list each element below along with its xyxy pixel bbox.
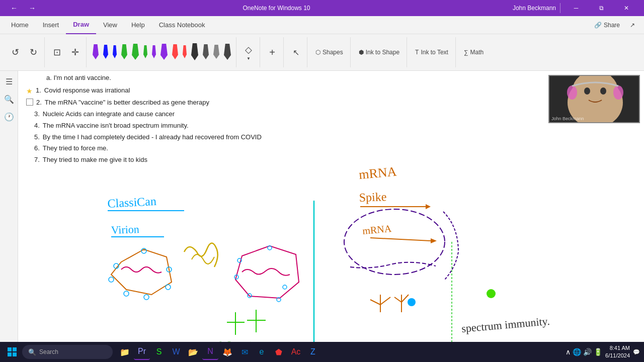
- cell-bottom: [350, 262, 436, 268]
- sidebar-nav-icon[interactable]: ☰: [4, 75, 15, 88]
- pen-purple-3[interactable]: [158, 43, 170, 62]
- ink-to-shape-group: ⬢ Ink to Shape: [352, 37, 407, 67]
- pen-green-3[interactable]: [141, 44, 149, 60]
- math-button[interactable]: ∑ Math: [460, 43, 488, 61]
- virion-text: Virion: [111, 223, 139, 236]
- eraser-group: ◇ ▼: [237, 37, 260, 67]
- select-move-button[interactable]: ✛: [67, 39, 83, 65]
- tab-class-notebook[interactable]: Class Notebook: [152, 16, 212, 34]
- tab-draw[interactable]: Draw: [66, 16, 96, 34]
- taskbar-word[interactable]: W: [168, 344, 184, 360]
- ink-to-shape-button[interactable]: ⬢ Ink to Shape: [355, 43, 404, 61]
- pen-red-1[interactable]: [170, 43, 180, 61]
- virus-shape-1: [111, 249, 172, 295]
- ink-to-text-button[interactable]: T Ink to Text: [411, 43, 452, 61]
- eraser-dropdown[interactable]: ◇ ▼: [240, 39, 257, 65]
- virus-inside-1: [121, 267, 162, 273]
- green-dot: [487, 289, 496, 298]
- close-button[interactable]: ✕: [615, 0, 638, 16]
- taskbar-files[interactable]: 📂: [185, 344, 201, 360]
- battery-icon: 🔋: [594, 348, 602, 356]
- receptor-1: [370, 295, 390, 312]
- item-5-text: By the time I had completely decided - I…: [43, 132, 262, 143]
- ink-text-icon: T: [415, 49, 419, 56]
- pen-black-2[interactable]: [201, 43, 211, 61]
- item-6-num: 6.: [34, 143, 40, 154]
- blue-dot: [408, 298, 416, 306]
- eraser-icon: ◇: [245, 44, 252, 55]
- receptor-2: [394, 295, 409, 312]
- forward-button[interactable]: →: [24, 0, 40, 16]
- svg-rect-8: [8, 347, 12, 351]
- pen-red-2[interactable]: [181, 44, 189, 60]
- item-2-num: 2.: [36, 98, 42, 108]
- taskbar-file-explorer[interactable]: 📁: [117, 344, 133, 360]
- taskbar-apps: 📁 Pr S W 📂 N 🦊 ✉ e ⬟ Ac Z: [117, 344, 321, 360]
- minimize-button[interactable]: ─: [565, 0, 588, 16]
- pen-blue-1[interactable]: [101, 44, 110, 61]
- virus2-dot-6: [277, 298, 281, 302]
- sidebar-search-icon[interactable]: 🔍: [2, 93, 16, 106]
- taskbar-red-app[interactable]: ⬟: [271, 344, 287, 360]
- pen-green-1[interactable]: [119, 43, 129, 61]
- list-item-6: 6. They tried to force me.: [26, 143, 262, 154]
- pen-purple-1[interactable]: [91, 43, 101, 61]
- taskbar-zoom[interactable]: Z: [305, 344, 321, 360]
- restore-button[interactable]: ⧉: [590, 0, 613, 16]
- pen-green-2[interactable]: [130, 43, 141, 62]
- tray-up-icon[interactable]: ∧: [566, 348, 571, 356]
- taskbar-outlook[interactable]: ✉: [236, 344, 253, 360]
- add-ink-button[interactable]: +: [264, 39, 280, 65]
- taskbar-acrobat[interactable]: Ac: [288, 344, 304, 360]
- expand-button[interactable]: ↗: [625, 20, 640, 31]
- svg-point-5: [584, 87, 590, 95]
- tab-insert[interactable]: Insert: [36, 16, 66, 34]
- start-button[interactable]: [4, 344, 20, 360]
- share-button[interactable]: 🔗 Share: [589, 20, 625, 31]
- eraser-arrow: ▼: [247, 56, 251, 61]
- search-input[interactable]: [39, 348, 100, 355]
- note-canvas[interactable]: John Beckmann a. I'm not anti vaccine. ★…: [18, 71, 644, 342]
- mrna-arrow: [370, 238, 431, 241]
- spectrum-immunity-label: spectrum immunity.: [461, 315, 550, 335]
- pen-black-1[interactable]: [189, 42, 200, 62]
- indent-item-a-text: a. I'm not anti vaccine.: [46, 74, 111, 81]
- windows-icon: [8, 347, 17, 356]
- svg-rect-9: [13, 347, 17, 351]
- virus2-dot-4: [268, 246, 272, 250]
- pen-gray-1[interactable]: [211, 44, 221, 61]
- sidebar-history-icon[interactable]: 🕐: [2, 110, 16, 124]
- item-1-text: Covid response was irrational: [44, 85, 130, 96]
- username: John Beckmann: [513, 5, 556, 12]
- shapes-button[interactable]: ⬡ Shapes: [311, 43, 347, 61]
- taskbar-edge[interactable]: e: [254, 344, 270, 360]
- taskbar-onenote[interactable]: N: [202, 344, 218, 360]
- notification-icon[interactable]: 💬: [633, 349, 640, 355]
- tab-help[interactable]: Help: [124, 16, 152, 34]
- pen-dark-1[interactable]: [222, 43, 233, 62]
- item-6-text: They tried to force me.: [43, 143, 108, 154]
- redo-button[interactable]: ↻: [25, 39, 41, 65]
- numbered-list: ★ 1. Covid response was irrational 2. Th…: [26, 85, 262, 165]
- taskbar-firefox[interactable]: 🦊: [219, 344, 235, 360]
- system-tray: ∧ 🌐 🔊 🔋 8:41 AM 6/11/2024 💬: [566, 344, 640, 360]
- svg-text:John Beckmann: John Beckmann: [551, 116, 584, 121]
- clock[interactable]: 8:41 AM 6/11/2024: [605, 344, 630, 360]
- pen-blue-2[interactable]: [111, 44, 119, 60]
- window-controls: ─ ⧉ ✕: [565, 0, 638, 16]
- undo-button[interactable]: ↺: [7, 39, 23, 65]
- svg-rect-11: [13, 352, 17, 356]
- tab-home[interactable]: Home: [4, 16, 36, 34]
- list-item-4: 4. The mRNA vaccine isn't broad spectrum…: [26, 121, 262, 131]
- taskbar-app-s[interactable]: S: [151, 344, 167, 360]
- taskbar-premiere[interactable]: Pr: [134, 344, 150, 360]
- lasso-button[interactable]: ⊡: [49, 39, 65, 65]
- network-icon[interactable]: 🌐: [573, 348, 581, 356]
- tab-view[interactable]: View: [96, 16, 124, 34]
- speaker-icon[interactable]: 🔊: [583, 348, 592, 356]
- taskbar-search[interactable]: 🔍: [22, 345, 113, 359]
- mouse-mode-button[interactable]: ↖: [288, 39, 304, 65]
- pen-purple-2[interactable]: [150, 44, 158, 60]
- ink-shape-icon: ⬢: [359, 49, 364, 56]
- back-button[interactable]: ←: [6, 0, 22, 16]
